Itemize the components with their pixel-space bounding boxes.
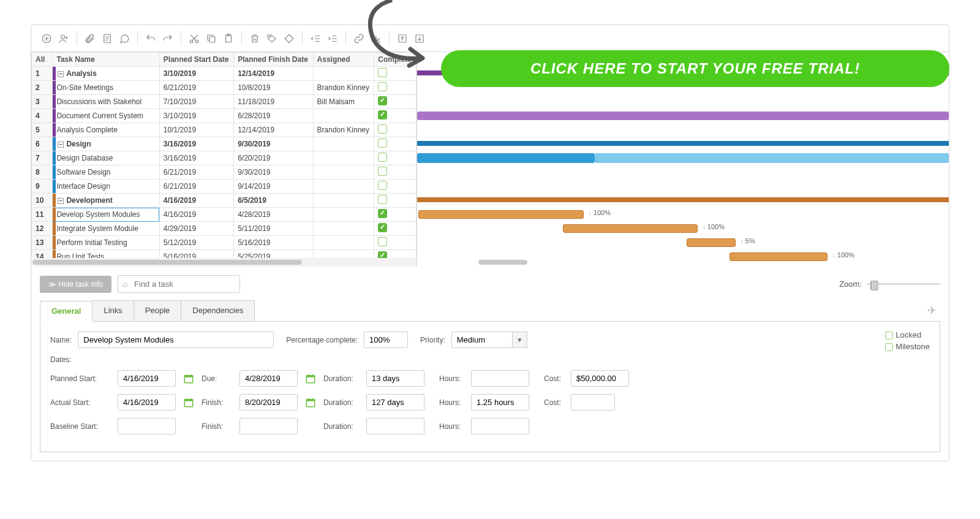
table-row[interactable]: 10−Development4/16/20196/5/2019 [32, 194, 417, 208]
planned-finish-cell[interactable]: 12/14/2019 [234, 123, 313, 137]
priority-select[interactable] [451, 331, 513, 348]
table-row[interactable]: 2On-Site Meetings6/21/201910/8/2019Brand… [32, 81, 417, 95]
complete-checkbox[interactable] [378, 124, 387, 134]
table-row[interactable]: 5Analysis Complete10/1/201912/14/2019Bra… [32, 123, 417, 137]
planned-finish-cell[interactable]: 10/8/2019 [234, 81, 313, 95]
table-row[interactable]: 4Document Current System3/10/20196/28/20… [32, 109, 417, 123]
col-planned-start[interactable]: Planned Start Date [159, 53, 233, 67]
table-row[interactable]: 9Interface Design6/21/20199/14/2019 [32, 180, 417, 194]
table-row[interactable]: 6−Design3/16/20199/30/2019 [32, 137, 417, 151]
complete-cell[interactable] [374, 81, 417, 95]
cost1-input[interactable] [571, 370, 629, 387]
complete-checkbox[interactable] [378, 237, 387, 246]
task-name-cell[interactable]: Develop System Modules [53, 208, 159, 222]
task-name-cell[interactable]: Design Database [53, 151, 159, 165]
hours3-input[interactable] [471, 418, 529, 434]
complete-cell[interactable] [374, 222, 417, 236]
table-row[interactable]: 7Design Database3/16/20196/20/2019 [32, 151, 417, 165]
zoom-slider[interactable] [867, 281, 940, 288]
collapse-icon[interactable]: − [58, 71, 64, 77]
calendar-icon[interactable] [304, 371, 317, 387]
planned-finish-cell[interactable]: 12/14/2019 [234, 67, 313, 81]
task-name-cell[interactable]: Discussions with Stakehol [53, 95, 159, 109]
collapse-icon[interactable]: − [58, 142, 64, 148]
planned-finish-cell[interactable]: 4/28/2019 [234, 208, 313, 222]
complete-checkbox[interactable] [378, 96, 387, 105]
task-name-cell[interactable]: On-Site Meetings [53, 81, 159, 95]
outdent-icon[interactable] [307, 31, 323, 47]
collapse-icon[interactable]: − [58, 198, 64, 204]
planned-start-cell[interactable]: 4/16/2019 [159, 208, 233, 222]
planned-start-cell[interactable]: 6/21/2019 [159, 81, 233, 95]
duration2-input[interactable] [366, 394, 424, 411]
diamond-icon[interactable] [281, 31, 297, 47]
gantt-horizontal-scrollbar[interactable] [417, 258, 949, 267]
gantt-bar-design-db-rest[interactable] [595, 153, 949, 163]
planned-start-cell[interactable]: 10/1/2019 [159, 123, 233, 137]
complete-cell[interactable] [374, 137, 417, 151]
complete-checkbox[interactable] [378, 209, 387, 218]
milestone-checkbox[interactable] [885, 343, 893, 351]
planned-start-input[interactable] [118, 370, 176, 387]
task-name-input[interactable] [78, 331, 274, 348]
complete-cell[interactable] [374, 165, 417, 180]
task-name-cell[interactable]: Software Design [53, 165, 159, 180]
calendar-icon[interactable] [182, 371, 195, 387]
send-icon[interactable]: ✈ [924, 300, 940, 321]
copy-icon[interactable] [203, 31, 219, 47]
planned-start-cell[interactable]: 3/16/2019 [159, 137, 233, 151]
table-row[interactable]: 13Perform Initial Testing5/12/20195/16/2… [32, 236, 417, 250]
baseline-start-input[interactable] [118, 418, 176, 434]
table-row[interactable]: 8Software Design6/21/20199/30/2019 [32, 165, 417, 180]
planned-finish-cell[interactable]: 6/5/2019 [234, 194, 313, 208]
task-name-cell[interactable]: Perform Initial Testing [53, 236, 159, 250]
complete-checkbox[interactable] [378, 223, 387, 232]
tab-links[interactable]: Links [92, 300, 134, 321]
gantt-bar-dev-modules[interactable] [418, 210, 584, 219]
assigned-cell[interactable] [313, 180, 374, 194]
assigned-cell[interactable]: Bill Malsam [313, 95, 374, 109]
tab-dependencies[interactable]: Dependencies [181, 300, 255, 321]
complete-cell[interactable] [374, 194, 417, 208]
free-trial-cta[interactable]: CLICK HERE TO START YOUR FREE TRIAL! [441, 50, 949, 87]
complete-cell[interactable] [374, 180, 417, 194]
task-name-cell[interactable]: −Development [53, 194, 159, 208]
planned-start-cell[interactable]: 3/10/2019 [159, 67, 233, 81]
assigned-cell[interactable] [313, 222, 374, 236]
finish-input[interactable] [239, 394, 298, 411]
task-grid[interactable]: All Task Name Planned Start Date Planned… [31, 52, 417, 267]
task-name-cell[interactable]: −Design [53, 137, 159, 151]
delete-icon[interactable] [247, 31, 263, 47]
duration3-input[interactable] [366, 418, 424, 434]
planned-start-cell[interactable]: 3/16/2019 [159, 151, 233, 165]
task-name-cell[interactable]: Document Current System [53, 109, 159, 123]
due-input[interactable] [239, 370, 298, 387]
cut-icon[interactable] [186, 31, 202, 47]
table-row[interactable]: 12Integrate System Module4/29/20195/11/2… [32, 222, 417, 236]
complete-checkbox[interactable] [378, 167, 387, 176]
planned-start-cell[interactable]: 5/12/2019 [159, 236, 233, 250]
attach-icon[interactable] [82, 31, 98, 47]
hours1-input[interactable] [471, 370, 529, 387]
planned-finish-cell[interactable]: 6/20/2019 [234, 151, 313, 165]
tab-general[interactable]: General [40, 301, 92, 322]
hours2-input[interactable] [471, 394, 529, 411]
planned-start-cell[interactable]: 4/16/2019 [159, 194, 233, 208]
calendar-icon[interactable] [304, 395, 317, 411]
finish3-input[interactable] [239, 418, 298, 434]
cost2-input[interactable] [571, 394, 615, 411]
actual-start-input[interactable] [118, 394, 176, 411]
planned-start-cell[interactable]: 4/29/2019 [159, 222, 233, 236]
gantt-bar-integrate[interactable] [563, 224, 698, 233]
tag-icon[interactable] [264, 31, 280, 47]
tab-people[interactable]: People [134, 300, 181, 321]
gantt-bar-initial-testing[interactable] [687, 238, 736, 247]
assigned-cell[interactable]: Brandon Kinney [313, 81, 374, 95]
planned-start-cell[interactable]: 6/21/2019 [159, 180, 233, 194]
grid-horizontal-scrollbar[interactable] [31, 258, 417, 267]
duration1-input[interactable] [366, 370, 424, 387]
planned-finish-cell[interactable]: 5/16/2019 [234, 236, 313, 250]
redo-icon[interactable] [160, 31, 176, 47]
assigned-cell[interactable] [313, 194, 374, 208]
complete-cell[interactable] [374, 236, 417, 250]
